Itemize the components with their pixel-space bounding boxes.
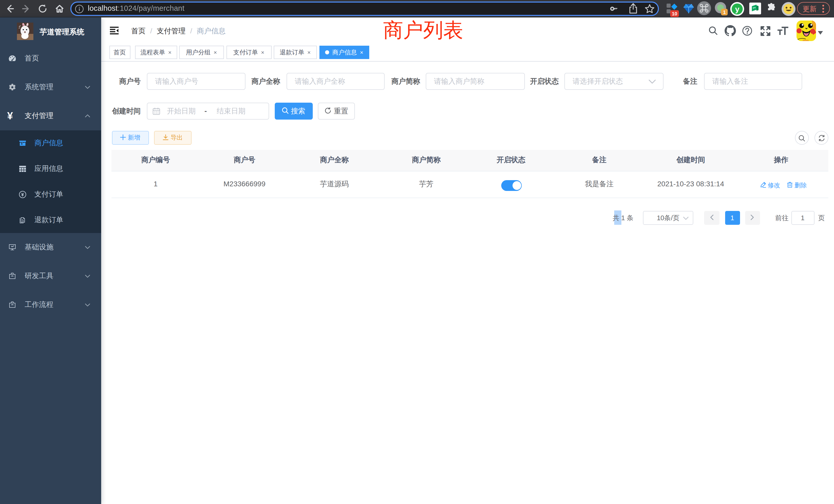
svg-text:y: y xyxy=(735,5,740,13)
